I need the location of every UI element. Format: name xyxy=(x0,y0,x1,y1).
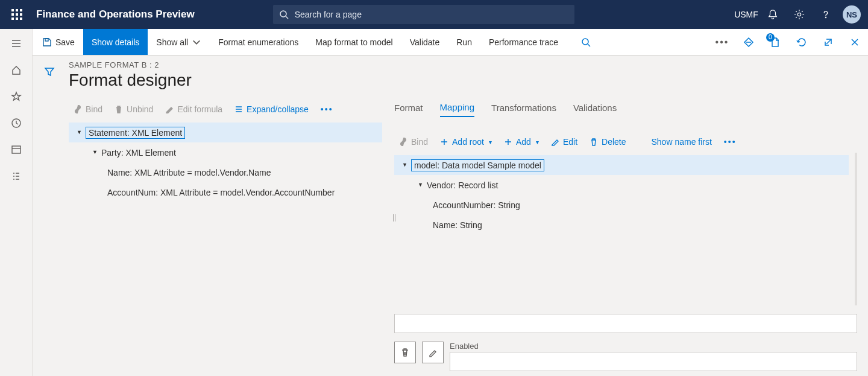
performance-trace-button[interactable]: Performance trace xyxy=(480,29,567,55)
map-format-to-model-button[interactable]: Map format to model xyxy=(307,29,401,55)
svg-rect-6 xyxy=(11,18,14,20)
search-icon xyxy=(279,10,289,19)
action-bar: Save Show details Show all Format enumer… xyxy=(0,29,868,56)
popout-icon xyxy=(823,37,834,48)
nav-rail xyxy=(0,29,33,56)
help-button[interactable] xyxy=(814,0,838,29)
format-enumerations-button[interactable]: Format enumerations xyxy=(210,29,307,55)
svg-rect-3 xyxy=(11,13,14,16)
show-all-button[interactable]: Show all xyxy=(148,29,210,55)
refresh-icon xyxy=(796,37,807,48)
svg-line-15 xyxy=(588,44,590,46)
close-button[interactable] xyxy=(841,29,868,55)
save-button[interactable]: Save xyxy=(34,29,83,55)
chevron-down-icon xyxy=(192,37,201,47)
svg-rect-13 xyxy=(45,39,48,41)
app-launcher-button[interactable] xyxy=(5,9,29,20)
save-label: Save xyxy=(55,37,75,47)
show-details-button[interactable]: Show details xyxy=(83,29,148,55)
save-icon xyxy=(42,37,52,47)
refresh-button[interactable] xyxy=(788,29,815,55)
search-placeholder: Search for a page xyxy=(295,10,362,19)
svg-rect-5 xyxy=(20,13,22,16)
diamond-icon xyxy=(743,37,754,48)
attachment-count-badge: 0 xyxy=(766,33,775,42)
svg-rect-4 xyxy=(16,13,18,16)
validate-button[interactable]: Validate xyxy=(401,29,448,55)
search-icon xyxy=(580,37,591,48)
svg-rect-2 xyxy=(20,9,22,11)
settings-button[interactable] xyxy=(787,0,811,29)
svg-rect-7 xyxy=(16,18,18,20)
options-button[interactable] xyxy=(735,29,762,55)
company-picker[interactable]: USMF xyxy=(734,0,758,29)
action-search-button[interactable] xyxy=(573,29,599,55)
top-navbar: Finance and Operations Preview Search fo… xyxy=(0,0,868,29)
user-avatar[interactable]: NS xyxy=(843,5,861,24)
close-icon xyxy=(849,37,860,48)
svg-rect-8 xyxy=(20,18,22,20)
svg-rect-1 xyxy=(16,9,18,11)
attachments-button[interactable]: 0 xyxy=(762,29,788,55)
bell-icon xyxy=(767,9,778,20)
svg-rect-0 xyxy=(11,9,14,11)
menu-icon xyxy=(11,38,22,49)
search-input[interactable]: Search for a page xyxy=(273,5,574,24)
svg-point-11 xyxy=(797,13,800,16)
nav-menu-button[interactable] xyxy=(4,31,28,56)
popout-button[interactable] xyxy=(815,29,841,55)
svg-point-12 xyxy=(825,17,826,18)
waffle-icon xyxy=(11,9,22,20)
svg-line-10 xyxy=(286,16,288,19)
svg-point-9 xyxy=(280,11,286,17)
ellipsis-icon: ••• xyxy=(715,37,729,48)
more-actions-button[interactable]: ••• xyxy=(709,29,735,55)
app-title: Finance and Operations Preview xyxy=(29,8,195,21)
run-button[interactable]: Run xyxy=(448,29,480,55)
help-icon xyxy=(820,9,831,20)
gear-icon xyxy=(794,9,805,20)
svg-point-14 xyxy=(582,39,588,45)
notifications-button[interactable] xyxy=(761,0,785,29)
